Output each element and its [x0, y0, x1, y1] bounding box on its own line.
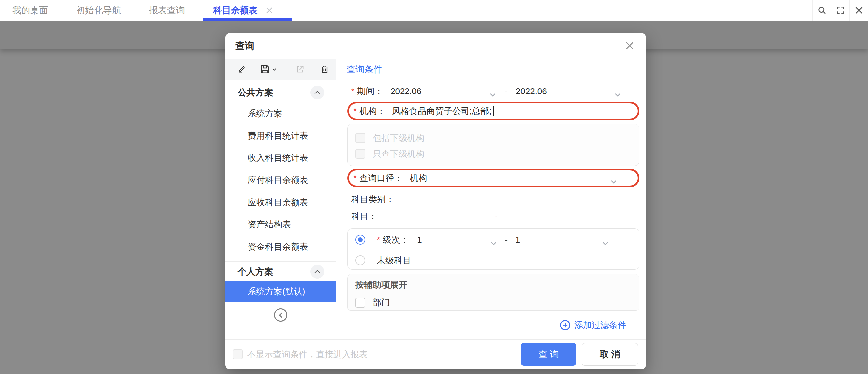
period-row: * 期间： 2022.06 - 2022.06	[347, 81, 640, 101]
condition-panel: 查询条件 * 期间： 2022.06 - 2022.06	[336, 59, 646, 339]
tab-account-balance[interactable]: 科目余额表	[203, 0, 292, 21]
chevron-up-icon	[315, 91, 320, 96]
category-label: 科目类别：	[351, 194, 394, 205]
leaf-label: 末级科目	[377, 255, 411, 266]
external-link-icon	[296, 65, 305, 74]
period-to-select[interactable]: 2022.06	[516, 86, 621, 96]
range-separator: -	[495, 211, 498, 222]
collapse-sidebar-button[interactable]	[274, 308, 287, 322]
dialog-title: 查询	[235, 39, 254, 53]
scheme-item[interactable]: 收入科目统计表	[225, 147, 336, 169]
scope-label: 查询口径：	[360, 172, 403, 184]
tab-label: 我的桌面	[12, 4, 48, 16]
text-cursor	[493, 106, 494, 116]
pencil-icon	[237, 64, 247, 74]
collapse-section-button[interactable]	[310, 265, 324, 279]
scheme-item[interactable]: 资金科目余额表	[225, 236, 336, 258]
chevron-down-icon	[272, 67, 277, 72]
required-mark: *	[353, 173, 357, 183]
org-value: 风格食品商贸子公司;总部;	[392, 106, 491, 117]
only-sub-label: 只查下级机构	[373, 148, 424, 160]
tab-init-nav[interactable]: 初始化导航	[66, 0, 139, 21]
scope-field-highlighted[interactable]: * 查询口径： 机构	[347, 169, 640, 187]
tab-my-desktop[interactable]: 我的桌面	[0, 0, 66, 21]
dialog-footer: 不显示查询条件，直接进入报表 查 询 取 消	[225, 339, 646, 369]
only-sub-checkbox	[355, 149, 365, 159]
required-mark: *	[377, 235, 380, 245]
department-label: 部门	[373, 297, 390, 308]
chevron-down-icon	[490, 89, 496, 93]
level-to-value: 1	[516, 235, 520, 245]
close-icon	[624, 40, 636, 51]
window-controls	[812, 0, 868, 21]
chevron-down-icon	[491, 238, 497, 242]
scope-value: 机构	[410, 172, 427, 184]
close-icon	[855, 6, 864, 15]
chevron-left-icon	[279, 312, 284, 318]
period-label: 期间：	[357, 86, 383, 97]
cancel-button[interactable]: 取 消	[582, 343, 638, 366]
skip-conditions-label: 不显示查询条件，直接进入报表	[247, 349, 368, 361]
scheme-list: 公共方案 系统方案 费用科目统计表 收入科目统计表 应付科目余额表 应收科目余额…	[225, 80, 336, 339]
skip-conditions-checkbox	[232, 349, 243, 359]
scheme-item[interactable]: 应收科目余额表	[225, 191, 336, 213]
scheme-item[interactable]: 资产结构表	[225, 213, 336, 236]
tab-label: 报表查询	[149, 4, 185, 16]
chevron-down-icon	[602, 238, 608, 242]
aux-expand-box: 按辅助项展开 部门	[347, 274, 640, 311]
period-from-select[interactable]: 2022.06	[390, 86, 496, 96]
section-personal-schemes: 个人方案	[225, 261, 336, 281]
section-title: 个人方案	[238, 266, 273, 278]
org-field-highlighted[interactable]: * 机构： 风格食品商贸子公司;总部;	[347, 102, 640, 120]
level-to-select[interactable]: 1	[516, 235, 608, 245]
plus-circle-icon	[560, 320, 570, 330]
range-separator: -	[504, 235, 507, 245]
scheme-item[interactable]: 费用科目统计表	[225, 125, 336, 147]
panel-title: 查询条件	[346, 63, 382, 75]
top-tab-bar: 我的桌面 初始化导航 报表查询 科目余额表	[0, 0, 868, 21]
level-from-select[interactable]: 1	[408, 235, 497, 245]
period-from-value: 2022.06	[390, 86, 422, 96]
required-mark: *	[351, 86, 354, 96]
include-sub-label: 包括下级机构	[373, 132, 424, 144]
only-sub-row: 只查下级机构	[355, 146, 639, 162]
query-button[interactable]: 查 询	[521, 343, 577, 366]
scheme-item[interactable]: 系统方案	[225, 103, 336, 125]
level-radio-selected[interactable]	[355, 235, 365, 245]
collapse-section-button[interactable]	[310, 86, 324, 99]
department-row: 部门	[355, 297, 639, 308]
chevron-up-icon	[315, 269, 320, 275]
search-icon	[817, 6, 827, 15]
save-icon	[260, 64, 270, 75]
chevron-down-icon	[611, 176, 617, 180]
category-row[interactable]: 科目类别：	[347, 191, 631, 208]
fullscreen-icon	[836, 6, 845, 15]
edit-scheme-button[interactable]	[237, 64, 247, 74]
scheme-item-selected[interactable]: 系统方案(默认)	[225, 281, 336, 302]
scheme-item[interactable]: 应付科目余额表	[225, 169, 336, 191]
close-app-button[interactable]	[849, 0, 868, 21]
add-filter-label: 添加过滤条件	[575, 319, 626, 331]
tab-label: 科目余额表	[213, 4, 258, 16]
include-sub-row: 包括下级机构	[355, 130, 639, 146]
level-options-box: * 级次： 1 - 1	[347, 228, 640, 269]
share-scheme-button	[296, 65, 305, 74]
subject-row[interactable]: 科目： -	[347, 208, 631, 225]
fullscreen-button[interactable]	[831, 0, 849, 21]
tab-label: 初始化导航	[76, 4, 121, 16]
section-public-schemes: 公共方案	[225, 83, 336, 103]
delete-scheme-button[interactable]	[320, 65, 329, 74]
tab-close-icon[interactable]	[265, 6, 274, 15]
add-filter-link[interactable]: 添加过滤条件	[347, 311, 640, 339]
leaf-row: 末级科目	[347, 251, 639, 269]
tab-report-query[interactable]: 报表查询	[139, 0, 203, 21]
department-checkbox[interactable]	[355, 298, 365, 308]
search-button[interactable]	[812, 0, 831, 21]
condition-panel-header: 查询条件	[336, 59, 646, 80]
period-to-value: 2022.06	[516, 86, 547, 96]
save-scheme-button[interactable]	[260, 64, 277, 75]
leaf-radio[interactable]	[355, 255, 365, 265]
dialog-close-button[interactable]	[624, 40, 636, 52]
level-from-value: 1	[417, 235, 422, 245]
trash-icon	[320, 65, 329, 74]
